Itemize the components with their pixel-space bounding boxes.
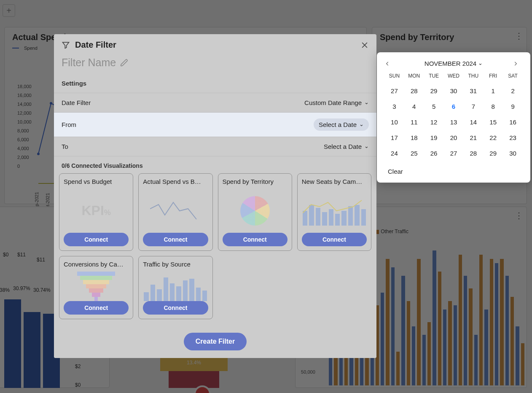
viz-card: Traffic by SourceConnect	[138, 256, 212, 319]
calendar-day[interactable]: 28	[404, 87, 424, 94]
edit-icon[interactable]	[120, 59, 129, 67]
calendar-dow: THU	[463, 73, 483, 79]
viz-title: Conversions by Ca…	[64, 261, 129, 268]
filter-icon	[62, 41, 70, 49]
calendar-dow: MON	[404, 73, 424, 79]
calendar-day[interactable]: 16	[503, 118, 523, 126]
date-picker-header: NOVEMBER 2024	[384, 60, 523, 67]
chevron-down-icon	[359, 121, 364, 128]
setting-row-from: From Select a Date	[54, 112, 376, 137]
calendar-day[interactable]: 9	[503, 103, 523, 110]
to-date-select[interactable]: Select a Date	[324, 143, 369, 150]
viz-title: Spend vs Budget	[64, 178, 129, 185]
calendar-day[interactable]: 18	[404, 134, 424, 141]
calendar-day[interactable]: 20	[444, 134, 464, 141]
viz-preview: KPI%	[64, 188, 129, 233]
viz-preview	[302, 188, 367, 233]
date-picker-popover: NOVEMBER 2024 SUNMONTUEWEDTHUFRISAT27282…	[377, 52, 530, 183]
viz-card: New Seats by Cam…Connect	[297, 173, 371, 251]
calendar-day[interactable]: 11	[404, 118, 424, 126]
setting-label: Date Filter	[62, 99, 304, 106]
connect-button[interactable]: Connect	[64, 233, 129, 246]
clear-date-button[interactable]: Clear	[384, 166, 523, 177]
viz-title: New Seats by Cam…	[302, 178, 367, 185]
viz-title: Spend by Territory	[223, 178, 287, 185]
calendar-dow: FRI	[483, 73, 503, 79]
visualizations-header: 0/6 Connected Visualizations	[54, 156, 376, 173]
calendar-dow: SUN	[384, 73, 404, 79]
viz-preview	[143, 271, 208, 301]
calendar-day[interactable]: 22	[483, 134, 503, 141]
chevron-down-icon	[478, 60, 483, 67]
close-icon[interactable]	[360, 41, 369, 49]
calendar-day[interactable]: 29	[483, 150, 503, 157]
calendar-day[interactable]: 13	[444, 118, 464, 126]
calendar-day[interactable]: 15	[483, 118, 503, 126]
calendar-day[interactable]: 17	[384, 134, 404, 141]
setting-label: To	[62, 143, 324, 150]
calendar-day[interactable]: 7	[463, 103, 483, 110]
calendar-day[interactable]: 5	[424, 103, 444, 110]
modal-header: Date Filter	[54, 34, 376, 55]
viz-card: Spend vs BudgetKPI%Connect	[59, 173, 133, 251]
calendar-day[interactable]: 14	[463, 118, 483, 126]
connect-button[interactable]: Connect	[64, 301, 129, 315]
date-filter-modal: Date Filter Filter Name Settings Date Fi…	[54, 34, 376, 358]
calendar-day[interactable]: 3	[384, 103, 404, 110]
calendar-day[interactable]: 31	[463, 87, 483, 94]
connect-button[interactable]: Connect	[223, 233, 287, 246]
calendar-day[interactable]: 1	[483, 87, 503, 94]
next-month-button[interactable]	[513, 61, 523, 67]
calendar-dow: WED	[444, 73, 464, 79]
calendar-grid: SUNMONTUEWEDTHUFRISAT2728293031123456789…	[384, 73, 523, 157]
calendar-day[interactable]: 30	[503, 150, 523, 157]
calendar-day[interactable]: 27	[444, 150, 464, 157]
calendar-day[interactable]: 27	[384, 87, 404, 94]
setting-row-date-filter: Date Filter Custom Date Range	[54, 93, 376, 112]
calendar-day[interactable]: 6	[444, 103, 464, 110]
setting-row-to: To Select a Date	[54, 137, 376, 156]
calendar-day[interactable]: 25	[404, 150, 424, 157]
calendar-day[interactable]: 30	[444, 87, 464, 94]
calendar-day[interactable]: 12	[424, 118, 444, 126]
from-date-select[interactable]: Select a Date	[314, 118, 369, 131]
calendar-day[interactable]: 26	[424, 150, 444, 157]
modal-footer: Create Filter	[54, 327, 376, 358]
viz-preview	[64, 271, 129, 301]
calendar-day[interactable]: 10	[384, 118, 404, 126]
connect-button[interactable]: Connect	[302, 233, 367, 246]
connect-button[interactable]: Connect	[143, 301, 208, 315]
filter-name-input[interactable]: Filter Name	[62, 57, 116, 69]
calendar-day[interactable]: 21	[463, 134, 483, 141]
calendar-day[interactable]: 2	[503, 87, 523, 94]
calendar-day[interactable]: 29	[424, 87, 444, 94]
setting-label: From	[62, 121, 314, 128]
calendar-dow: TUE	[424, 73, 444, 79]
filter-name-row: Filter Name	[54, 55, 376, 77]
date-filter-select[interactable]: Custom Date Range	[304, 99, 369, 106]
viz-title: Actual Spend vs B…	[143, 178, 208, 185]
modal-title: Date Filter	[75, 40, 116, 50]
visualizations-grid: Spend vs BudgetKPI%ConnectActual Spend v…	[54, 173, 376, 324]
chevron-down-icon	[364, 99, 369, 106]
calendar-day[interactable]: 8	[483, 103, 503, 110]
settings-header: Settings	[54, 77, 376, 93]
calendar-day[interactable]: 19	[424, 134, 444, 141]
viz-card: Actual Spend vs B…Connect	[138, 173, 212, 251]
chevron-down-icon	[364, 143, 369, 150]
calendar-day[interactable]: 23	[503, 134, 523, 141]
viz-card: Conversions by Ca…Connect	[59, 256, 133, 319]
viz-card: Spend by TerritoryConnect	[218, 173, 292, 251]
calendar-day[interactable]: 4	[404, 103, 424, 110]
viz-preview	[223, 188, 287, 233]
calendar-day[interactable]: 28	[463, 150, 483, 157]
prev-month-button[interactable]	[384, 61, 395, 67]
calendar-day[interactable]: 24	[384, 150, 404, 157]
create-filter-button[interactable]: Create Filter	[184, 333, 247, 350]
connect-button[interactable]: Connect	[143, 233, 208, 246]
viz-title: Traffic by Source	[143, 261, 208, 268]
viz-preview	[143, 188, 208, 233]
calendar-dow: SAT	[503, 73, 523, 79]
month-year-select[interactable]: NOVEMBER 2024	[425, 60, 483, 67]
